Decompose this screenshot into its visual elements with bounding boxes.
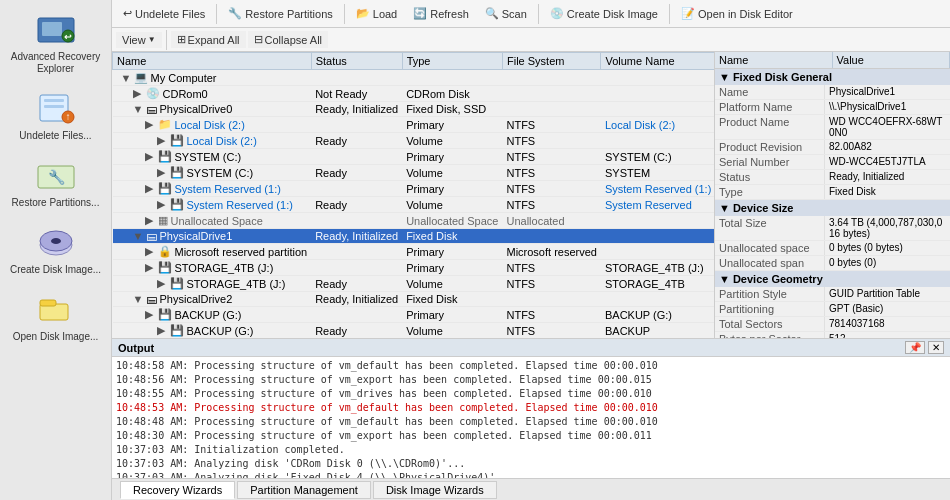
expand-all-button[interactable]: ⊞ Expand All <box>171 31 246 48</box>
undelete-files-label: Undelete Files <box>135 8 205 20</box>
expand-icon: ⊞ <box>177 33 186 46</box>
item-fs: NTFS <box>502 181 600 197</box>
props-section[interactable]: ▼ Device Geometry <box>715 271 950 287</box>
toolbar-sep-1 <box>216 4 217 24</box>
table-row[interactable]: ▶ 🔒 Microsoft reserved partition Primary… <box>113 244 715 260</box>
expand-icon[interactable]: ▶ <box>157 198 167 211</box>
table-row[interactable]: ▶ 💾 System Reserved (1:) PrimaryNTFSSyst… <box>113 181 715 197</box>
props-row-name: Platform Name <box>715 100 825 114</box>
props-row-name: Total Sectors <box>715 317 825 331</box>
item-icon: 🖴 <box>146 293 157 305</box>
props-row-value: WD-WCC4E5TJ7TLA <box>825 155 950 169</box>
view-label: View <box>122 34 146 46</box>
item-icon: 📁 <box>158 118 172 131</box>
expand-icon[interactable]: ▶ <box>145 150 155 163</box>
item-name: Local Disk (2:) <box>187 135 257 147</box>
sidebar-item-undelete[interactable]: ↑ Undelete Files... <box>0 83 111 150</box>
item-type: Fixed Disk <box>402 292 502 307</box>
sidebar-item-advanced-recovery[interactable]: ↩ Advanced Recovery Explorer <box>0 4 111 83</box>
props-section[interactable]: ▼ Device Size <box>715 200 950 216</box>
col-header-type[interactable]: Type <box>402 53 502 70</box>
expand-icon[interactable]: ▶ <box>157 166 167 179</box>
expand-icon[interactable]: ▶ <box>145 308 155 321</box>
item-status: Ready <box>311 133 402 149</box>
create-disk-image-button[interactable]: 💿 Create Disk Image <box>543 4 665 23</box>
section-title: Device Size <box>733 202 794 214</box>
properties-table: ▼ Fixed Disk GeneralNamePhysicalDrive1Pl… <box>715 69 950 338</box>
scan-button[interactable]: 🔍 Scan <box>478 4 534 23</box>
expand-icon[interactable]: ▶ <box>157 324 167 337</box>
col-header-name[interactable]: Name <box>113 53 312 70</box>
undelete-icon: ↑ <box>32 91 80 127</box>
table-row[interactable]: ▶ 💾 BACKUP (G:) ReadyVolumeNTFSBACKUP1.8… <box>113 323 715 339</box>
expand-icon[interactable]: ▼ <box>121 72 131 84</box>
table-row[interactable]: ▶ 💾 BACKUP (G:) PrimaryNTFSBACKUP (G:)1.… <box>113 307 715 323</box>
table-row[interactable]: ▼ 🖴 PhysicalDrive0 Ready, InitializedFix… <box>113 102 715 117</box>
item-icon: 💾 <box>158 182 172 195</box>
props-section[interactable]: ▼ Fixed Disk General <box>715 69 950 85</box>
status-tab-partition[interactable]: Partition Management <box>237 481 371 499</box>
props-row: Unallocated space0 bytes (0 bytes) <box>715 241 950 256</box>
expand-icon[interactable]: ▶ <box>157 134 167 147</box>
table-row[interactable]: ▼ 💻 My Computer <box>113 70 715 86</box>
table-row[interactable]: ▶ 📁 Local Disk (2:) PrimaryNTFSLocal Dis… <box>113 117 715 133</box>
refresh-button[interactable]: 🔄 Refresh <box>406 4 476 23</box>
status-tab-recovery[interactable]: Recovery Wizards <box>120 481 235 499</box>
props-row-value: 0 bytes (0) <box>825 256 950 270</box>
load-button[interactable]: 📂 Load <box>349 4 404 23</box>
col-header-fs[interactable]: File System <box>502 53 600 70</box>
expand-icon[interactable]: ▶ <box>145 182 155 195</box>
expand-icon[interactable]: ▶ <box>145 245 155 258</box>
expand-icon[interactable]: ▶ <box>145 118 155 131</box>
item-volname <box>601 213 714 229</box>
expand-icon[interactable]: ▶ <box>145 214 155 227</box>
sidebar-item-restore[interactable]: 🔧 Restore Partitions... <box>0 150 111 217</box>
expand-icon[interactable]: ▼ <box>133 230 143 242</box>
collapse-all-button[interactable]: ⊟ Collapse All <box>248 31 328 48</box>
item-name: Unallocated Space <box>171 215 263 227</box>
table-row[interactable]: ▶ 💾 System Reserved (1:) ReadyVolumeNTFS… <box>113 197 715 213</box>
item-status <box>311 149 402 165</box>
item-type: Unallocated Space <box>402 213 502 229</box>
item-name: My Computer <box>151 72 217 84</box>
sidebar-item-open-disk[interactable]: Open Disk Image... <box>0 284 111 351</box>
props-col-name: Name <box>715 52 833 68</box>
table-row[interactable]: ▼ 🖴 PhysicalDrive2 Ready, InitializedFix… <box>113 292 715 307</box>
expand-icon[interactable]: ▶ <box>145 261 155 274</box>
table-row[interactable]: ▶ 💾 SYSTEM (C:) ReadyVolumeNTFSSYSTEM953… <box>113 165 715 181</box>
expand-icon[interactable]: ▼ <box>133 293 143 305</box>
table-row[interactable]: ▶ ▦ Unallocated Space Unallocated SpaceU… <box>113 213 715 229</box>
item-volname <box>601 133 714 149</box>
table-row[interactable]: ▶ 💾 Local Disk (2:) ReadyVolumeNTFS852 M… <box>113 133 715 149</box>
col-header-status[interactable]: Status <box>311 53 402 70</box>
props-row-value: Ready, Initialized <box>825 170 950 184</box>
props-row-value: PhysicalDrive1 <box>825 85 950 99</box>
sidebar-item-create-disk[interactable]: Create Disk Image... <box>0 217 111 284</box>
table-row[interactable]: ▶ 💾 STORAGE_4TB (J:) ReadyVolumeNTFSSTOR… <box>113 276 715 292</box>
table-row[interactable]: ▼ 🖴 PhysicalDrive1 Ready, InitializedFix… <box>113 229 715 244</box>
expand-icon[interactable]: ▶ <box>157 277 167 290</box>
props-row: StatusReady, Initialized <box>715 170 950 185</box>
item-name: STORAGE_4TB (J:) <box>175 262 274 274</box>
expand-icon[interactable]: ▶ <box>133 87 143 100</box>
item-status: Ready, Initialized <box>311 292 402 307</box>
undelete-files-button[interactable]: ↩ Undelete Files <box>116 4 212 23</box>
table-row[interactable]: ▶ 💾 SYSTEM (C:) PrimaryNTFSSYSTEM (C:) <box>113 149 715 165</box>
output-close-button[interactable]: ✕ <box>928 341 944 354</box>
output-pin-button[interactable]: 📌 <box>905 341 925 354</box>
props-row-name: Serial Number <box>715 155 825 169</box>
table-row[interactable]: ▶ 💾 STORAGE_4TB (J:) PrimaryNTFSSTORAGE_… <box>113 260 715 276</box>
item-type: Volume <box>402 133 502 149</box>
props-row: Partition StyleGUID Partition Table <box>715 287 950 302</box>
item-volname <box>601 102 714 117</box>
disk-table[interactable]: Name Status Type File System Volume Name… <box>112 52 714 338</box>
status-tab-disk-image[interactable]: Disk Image Wizards <box>373 481 497 499</box>
expand-icon[interactable]: ▼ <box>133 103 143 115</box>
table-row[interactable]: ▶ 💿 CDRom0 Not ReadyCDRom Disk0 bytes <box>113 86 715 102</box>
open-disk-editor-button[interactable]: 📝 Open in Disk Editor <box>674 4 800 23</box>
view-button[interactable]: View ▼ <box>116 32 162 48</box>
col-header-volname[interactable]: Volume Name <box>601 53 714 70</box>
output-content[interactable]: 10:48:58 AM: Processing structure of vm_… <box>112 357 950 478</box>
item-icon: 💾 <box>158 261 172 274</box>
restore-partitions-button[interactable]: 🔧 Restore Partitions <box>221 4 339 23</box>
